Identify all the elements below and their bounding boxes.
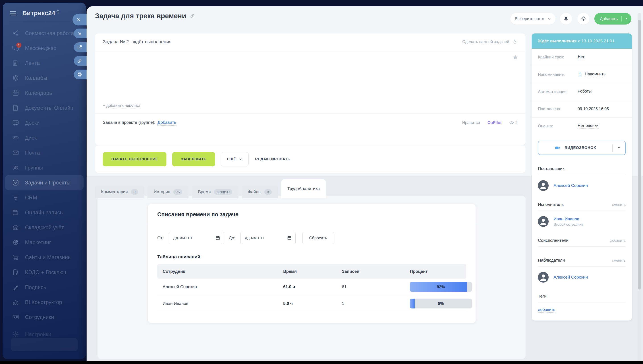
views-counter: 2: [509, 120, 518, 125]
field-value[interactable]: Нет оценки: [578, 123, 598, 129]
section-header: Наблюдателисменить: [538, 258, 626, 263]
flame-icon: [512, 39, 518, 44]
task-card: Задача № 2 - ждёт выполнения Сделать важ…: [95, 34, 526, 145]
sidebar-item-network[interactable]: Совместная работа: [5, 26, 84, 40]
sidebar-item-funnel[interactable]: CRM: [5, 190, 84, 205]
funnel-icon: [12, 194, 19, 201]
add-checklist-label: добавить чек-лист: [106, 103, 141, 108]
more-actions-button[interactable]: ЕЩЁ: [221, 152, 248, 166]
section-action-link[interactable]: сменить: [612, 258, 626, 262]
calendar-icon[interactable]: [215, 236, 220, 240]
add-tag-link[interactable]: добавить: [538, 307, 555, 313]
field-value[interactable]: Нет: [578, 55, 585, 60]
notifications-button[interactable]: [560, 13, 572, 24]
tab-label: Комментарии: [101, 189, 128, 194]
person-name-link[interactable]: Иван Иванов: [554, 216, 583, 222]
field-row: Напоминание:Напомнить: [532, 66, 632, 83]
reset-filter-button[interactable]: Сбросить: [302, 232, 334, 244]
tab-трудоаналитика[interactable]: ТрудоАналитика: [281, 179, 326, 198]
sidebar-item-feed[interactable]: Лента: [5, 56, 84, 70]
copy-link-icon[interactable]: [190, 14, 195, 19]
finish-task-button[interactable]: ЗАВЕРШИТЬ: [172, 152, 215, 166]
section-header: Теги: [538, 294, 626, 299]
sidebar-item-drive[interactable]: Диск: [5, 130, 84, 145]
sidebar-item-doc[interactable]: Документы Онлайн: [5, 100, 84, 115]
calendar-icon[interactable]: [287, 236, 292, 240]
sidebar-item-warehouse[interactable]: Складской учёт: [5, 220, 84, 235]
employee-name: Иван Иванов: [157, 301, 278, 306]
booking-icon: [12, 209, 19, 216]
copilot-button[interactable]: CoPilot: [488, 120, 502, 125]
sidebar-item-hexagon[interactable]: Коллабы: [5, 70, 84, 86]
analytics-title: Списания времени по задаче: [148, 204, 476, 224]
like-button[interactable]: Нравится: [462, 120, 480, 125]
date-to-input[interactable]: дд.мм.гггг: [240, 232, 296, 244]
person-name-link[interactable]: Алексей Сорокин: [554, 275, 588, 280]
start-task-button[interactable]: НАЧАТЬ ВЫПОЛНЕНИЕ: [103, 152, 166, 166]
field-value[interactable]: Напомнить: [578, 72, 606, 77]
doc-icon: [12, 104, 19, 112]
external-window-button[interactable]: [74, 42, 86, 52]
add-button[interactable]: Добавить: [594, 13, 632, 24]
sidebar-item-people[interactable]: Группы: [5, 160, 84, 175]
field-value-text: 09.10.2025 16:05: [578, 106, 609, 111]
time-value: 5.0 ч: [278, 301, 336, 306]
sidebar-item-booking[interactable]: Онлайн-запись: [5, 205, 84, 220]
settings-button[interactable]: [578, 13, 590, 24]
add-button-caret[interactable]: [622, 17, 632, 20]
chevron-down-icon: [238, 157, 242, 161]
section-action-link[interactable]: сменить: [612, 203, 626, 207]
person-name-link[interactable]: Алексей Сорокин: [554, 183, 588, 188]
sidebar-item-target[interactable]: Маркетинг: [5, 235, 84, 250]
mail-icon: [12, 149, 19, 156]
sidebar-item-label: CRM: [25, 194, 37, 201]
stream-select[interactable]: Выберите поток: [510, 13, 556, 24]
field-value-text: Нет: [578, 55, 585, 60]
scrollbar-track[interactable]: [638, 13, 641, 364]
favorite-star-icon[interactable]: [512, 54, 518, 60]
make-important-button[interactable]: Сделать важной задачей: [462, 39, 518, 44]
field-value[interactable]: Роботы: [578, 89, 592, 94]
tab-комментарии[interactable]: Комментарии3: [95, 185, 144, 198]
upgrade-plan-button[interactable]: [11, 338, 78, 351]
sidebar-item-check-square[interactable]: Задачи и Проекты: [5, 175, 84, 190]
menu-hamburger-icon[interactable]: [9, 9, 17, 17]
sidebar-item-board[interactable]: Доски: [5, 115, 84, 130]
sidebar-item-cart[interactable]: Сайты и Магазины: [5, 250, 84, 265]
sidebar-item-calendar[interactable]: Календарь: [5, 86, 84, 100]
date-to-placeholder: дд.мм.гггг: [245, 236, 264, 240]
close-button[interactable]: [72, 14, 86, 26]
scrollbar-thumb[interactable]: [638, 20, 641, 290]
target-icon: [12, 239, 19, 246]
sidebar-item-bar-chart[interactable]: BI Конструктор: [5, 295, 84, 310]
sidebar-item-id-card[interactable]: Сотрудники: [5, 310, 84, 324]
sidebar-item-label: Документы Онлайн: [25, 105, 73, 111]
link-button[interactable]: [74, 56, 86, 66]
person-row: Иван ИвановВторой сотрудник: [538, 216, 626, 227]
task-description-area[interactable]: + добавить чек-лист: [95, 50, 526, 114]
field-row: Поставлена:09.10.2025 16:05: [532, 100, 632, 117]
person-row: Алексей Сорокин: [538, 180, 626, 191]
task-social-row: Нравится CoPilot 2: [462, 120, 518, 125]
collapse-arrow-button[interactable]: [74, 28, 86, 38]
videocall-button[interactable]: ВИДЕОЗВОНОК: [538, 141, 626, 155]
brand-logo[interactable]: Битрикс24: [22, 10, 60, 17]
project-add-link[interactable]: Добавить: [158, 120, 176, 126]
section-action-link[interactable]: добавить: [610, 239, 626, 243]
sidebar-item-chat[interactable]: 1Мессенджер: [5, 40, 84, 56]
tab-файлы[interactable]: Файлы3: [242, 185, 278, 198]
tab-label: Время: [198, 189, 210, 194]
sidebar-item-doc-sign[interactable]: КЭДО + Госключ: [5, 265, 84, 280]
sidebar-item-pen[interactable]: Подпись: [5, 280, 84, 295]
edit-task-button[interactable]: РЕДАКТИРОВАТЬ: [255, 157, 290, 162]
date-from-input[interactable]: дд.мм.гггг: [169, 232, 224, 244]
tab-время[interactable]: Время66:00:00: [192, 185, 238, 198]
sidebar-item-label: Мессенджер: [25, 45, 56, 51]
printer-button[interactable]: [74, 70, 86, 80]
add-checklist-link[interactable]: + добавить чек-лист: [103, 103, 140, 108]
tab-история[interactable]: История75: [148, 185, 188, 198]
sidebar-item-mail[interactable]: Почта: [5, 145, 84, 160]
views-count: 2: [516, 120, 518, 125]
table-body: Алексей Сорокин61.0 ч6192%Иван Иванов5.0…: [157, 278, 466, 312]
videocall-caret[interactable]: [613, 146, 625, 150]
